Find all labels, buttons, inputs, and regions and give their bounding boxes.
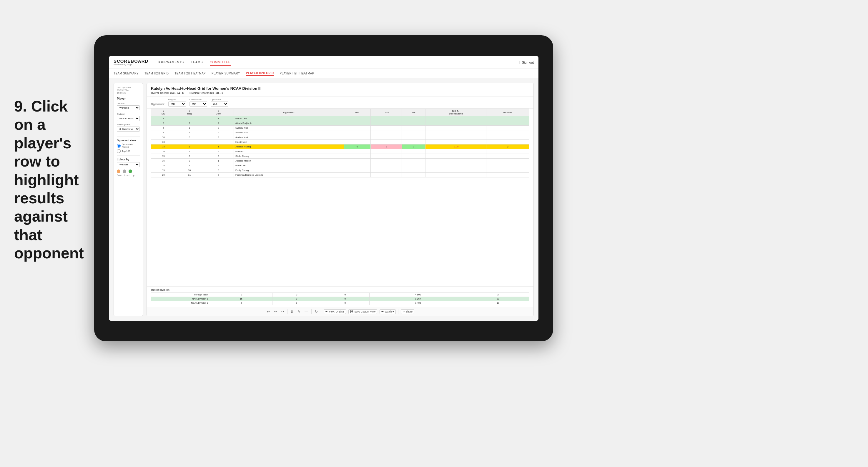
col-loss: Loss bbox=[371, 109, 402, 116]
sub-nav-team-summary[interactable]: TEAM SUMMARY bbox=[114, 71, 138, 75]
radio-top-100[interactable]: Top 100 bbox=[117, 149, 140, 153]
opponent-select[interactable]: (All) bbox=[211, 101, 228, 106]
table-row[interactable]: 5 2 2 Alexis Sudjianto bbox=[151, 121, 529, 126]
ood-table: Foreign Team 1 0 0 4.500 2 NAIA Division… bbox=[151, 292, 529, 305]
annotation-step: 9. bbox=[14, 98, 27, 115]
main-content: Last Updated: 27/03/2024 16:55:28 Player… bbox=[109, 78, 538, 321]
colour-labels: Down Level Up bbox=[117, 174, 140, 176]
table-row[interactable]: 19 10 6 Emily Chang bbox=[151, 168, 529, 173]
copy-icon[interactable]: ⧉ bbox=[290, 309, 294, 314]
overall-record-label: Overall Record: 353 - 34 - 6 bbox=[151, 92, 184, 94]
sidebar: Last Updated: 27/03/2024 16:55:28 Player… bbox=[114, 83, 143, 316]
opponent-view-title: Opponent view bbox=[117, 139, 140, 142]
gender-select[interactable]: Women's bbox=[117, 105, 140, 111]
sub-nav-team-h2h-grid[interactable]: TEAM H2H GRID bbox=[145, 71, 168, 75]
redo-icon[interactable]: ↪ bbox=[273, 309, 278, 314]
watch-icon: 👁 bbox=[381, 310, 384, 313]
sidebar-timestamp: Last Updated: 27/03/2024 16:55:28 bbox=[117, 86, 140, 94]
panel-records: Overall Record: 353 - 34 - 6 Division Re… bbox=[151, 92, 529, 94]
logo-sub: Powered by clippi bbox=[114, 63, 148, 66]
share-button[interactable]: ↗ Share bbox=[401, 309, 414, 314]
edit-icon[interactable]: ✎ bbox=[297, 309, 301, 314]
radio-group: Opponents Played Top 100 bbox=[117, 143, 140, 153]
tablet-frame: SCOREBOARD Powered by clippi TOURNAMENTS… bbox=[94, 35, 553, 341]
sub-nav-player-summary[interactable]: PLAYER SUMMARY bbox=[212, 71, 240, 75]
table-row[interactable]: 20 11 7 Federica Domecq Lacroze bbox=[151, 173, 529, 178]
colour-dots bbox=[117, 169, 140, 173]
table-row[interactable]: 9 1 4 Sharon Mun bbox=[151, 130, 529, 135]
separator: | bbox=[519, 61, 520, 64]
colour-dot-down bbox=[117, 169, 120, 173]
annotation-body: Click on a player's row to highlight res… bbox=[14, 98, 84, 261]
toolbar-sep2 bbox=[311, 309, 312, 314]
sub-nav-player-h2h-grid[interactable]: PLAYER H2H GRID bbox=[246, 71, 274, 76]
logo-text: SCOREBOARD bbox=[114, 59, 148, 64]
annotation-text: 9. Click on a player's row to highlight … bbox=[14, 97, 91, 262]
col-rounds: Rounds bbox=[486, 109, 529, 116]
main-panel: Katelyn Vo Head-to-Head Grid for Women's… bbox=[147, 83, 534, 316]
sign-out-button[interactable]: Sign out bbox=[522, 61, 534, 64]
toolbar-sep1 bbox=[287, 309, 287, 314]
col-win: Win bbox=[344, 109, 371, 116]
sub-nav-player-h2h-heatmap[interactable]: PLAYER H2H HEATMAP bbox=[280, 71, 314, 75]
watch-button[interactable]: 👁 Watch ▾ bbox=[379, 309, 396, 314]
nav-item-tournaments[interactable]: TOURNAMENTS bbox=[157, 59, 184, 66]
col-div: #Div bbox=[151, 109, 176, 116]
save-custom-view-button[interactable]: 💾 Save Custom View bbox=[348, 309, 377, 314]
col-opponent: Opponent bbox=[234, 109, 344, 116]
nav-bar: SCOREBOARD Powered by clippi TOURNAMENTS… bbox=[109, 56, 538, 69]
dash-icon[interactable]: — bbox=[304, 309, 309, 314]
ood-row[interactable]: NCAA Division 2 5 0 0 7.400 10 bbox=[151, 301, 529, 305]
view-original-button[interactable]: 👁 View: Original bbox=[324, 309, 346, 314]
division-label: Division bbox=[117, 113, 140, 115]
table-row[interactable]: 10 6 3 Andrea York bbox=[151, 135, 529, 140]
table-row[interactable]: 15 8 5 Stella Chang bbox=[151, 154, 529, 159]
opponents-label: Opponents: bbox=[151, 103, 165, 106]
division-select[interactable]: NCAA Division III bbox=[117, 116, 140, 121]
toolbar-sep3 bbox=[321, 309, 321, 314]
ood-row[interactable]: NAIA Division 1 15 0 0 9.267 30 bbox=[151, 297, 529, 301]
save-icon: 💾 bbox=[350, 310, 353, 313]
division-record-label: Division Record: 331 - 34 - 6 bbox=[189, 92, 223, 94]
logo-area: SCOREBOARD Powered by clippi bbox=[114, 59, 148, 66]
nav-item-committee[interactable]: COMMITTEE bbox=[210, 59, 231, 66]
undo-icon[interactable]: ↩ bbox=[266, 309, 271, 314]
toolbar-sep4 bbox=[398, 309, 398, 314]
sidebar-divider bbox=[117, 136, 140, 136]
filters-row: Opponents: Region (All) Conference (All) bbox=[147, 96, 533, 108]
table-row-highlighted[interactable]: 13 1 1 Jessica Huang 0 1 0 -3.00 2 bbox=[151, 145, 529, 149]
sub-nav-team-h2h-heatmap[interactable]: TEAM H2H HEATMAP bbox=[175, 71, 206, 75]
table-row[interactable]: 14 7 4 Eunice Yi bbox=[151, 149, 529, 154]
conference-filter: Conference (All) bbox=[189, 98, 207, 106]
sub-nav: TEAM SUMMARY TEAM H2H GRID TEAM H2H HEAT… bbox=[109, 69, 538, 78]
colour-dot-level bbox=[123, 169, 126, 173]
region-select[interactable]: (All) bbox=[168, 101, 186, 106]
view-icon: 👁 bbox=[326, 310, 328, 313]
colour-by-title: Colour by bbox=[117, 158, 140, 161]
tablet-screen: SCOREBOARD Powered by clippi TOURNAMENTS… bbox=[109, 56, 538, 321]
table-row[interactable]: 3 1 Esther Lee bbox=[151, 116, 529, 121]
table-row[interactable]: 16 9 1 Jessica Mason bbox=[151, 159, 529, 163]
table-row[interactable]: 6 1 3 Sydney Kuo bbox=[151, 126, 529, 130]
player-rank-label: Player (Rank) bbox=[117, 123, 140, 126]
opponent-filter: Opponent (All) bbox=[211, 98, 228, 106]
col-tie: Tie bbox=[402, 109, 426, 116]
region-filter: Region (All) bbox=[168, 98, 186, 106]
forward-icon[interactable]: ⤻ bbox=[280, 309, 285, 314]
table-row[interactable]: 18 2 2 Euna Lee bbox=[151, 163, 529, 168]
col-reg: #Reg bbox=[176, 109, 203, 116]
refresh-icon[interactable]: ↻ bbox=[314, 309, 319, 314]
col-diff: Diff AvStrokes/Rnd bbox=[426, 109, 486, 116]
player-rank-select[interactable]: 8. Katelyn Vo bbox=[117, 127, 140, 131]
out-of-division: Out of division Foreign Team 1 0 0 4.500… bbox=[147, 286, 533, 307]
nav-items: TOURNAMENTS TEAMS COMMITTEE bbox=[157, 59, 519, 66]
colour-by-select[interactable]: Win/loss bbox=[117, 162, 140, 167]
table-row[interactable]: 13 Haeji Hyun bbox=[151, 140, 529, 145]
nav-item-teams[interactable]: TEAMS bbox=[191, 59, 203, 66]
share-icon: ↗ bbox=[403, 310, 405, 313]
gender-label: Gender bbox=[117, 102, 140, 105]
conference-select[interactable]: (All) bbox=[189, 101, 207, 106]
radio-opponents-played[interactable]: Opponents Played bbox=[117, 143, 140, 148]
ood-row[interactable]: Foreign Team 1 0 0 4.500 2 bbox=[151, 293, 529, 297]
panel-header: Katelyn Vo Head-to-Head Grid for Women's… bbox=[147, 83, 533, 96]
